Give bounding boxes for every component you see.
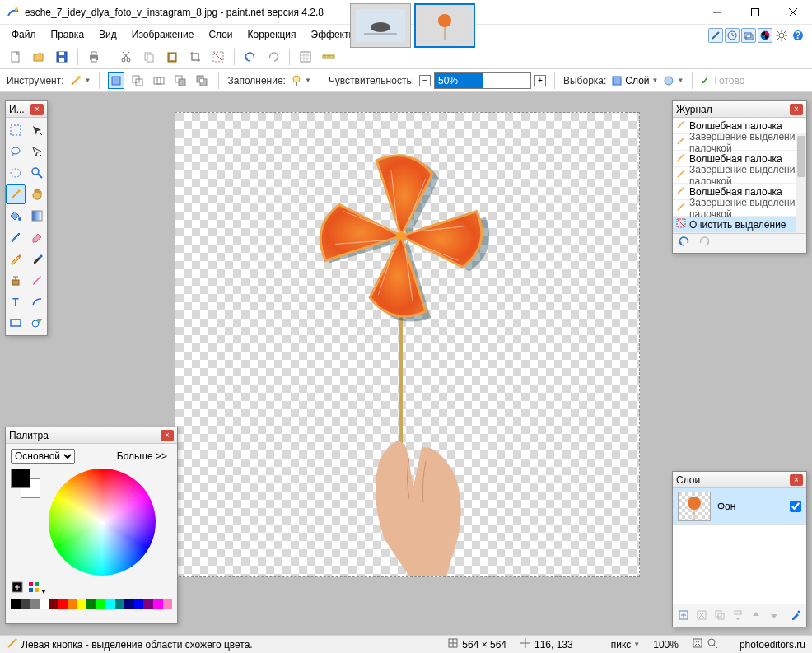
close-icon[interactable]: ×: [790, 474, 803, 486]
tool-zoom[interactable]: [27, 163, 47, 183]
tool-clone[interactable]: [6, 270, 26, 290]
menu-layers[interactable]: Слои: [202, 26, 239, 43]
undo-icon[interactable]: [241, 48, 259, 66]
history-item[interactable]: Завершение выделения палочкой: [673, 167, 806, 184]
paste-icon[interactable]: [163, 48, 181, 66]
history-panel-title[interactable]: Журнал ×: [673, 101, 806, 118]
selection-subtract-icon[interactable]: [151, 72, 167, 89]
toggle-layers-icon[interactable]: [741, 28, 756, 43]
menu-file[interactable]: Файл: [5, 26, 43, 43]
redo-icon[interactable]: [264, 48, 282, 66]
menu-image[interactable]: Изображение: [125, 26, 201, 43]
add-swatch-icon[interactable]: [11, 581, 24, 596]
tool-pan[interactable]: [27, 184, 47, 204]
selection-xor-icon[interactable]: [194, 72, 210, 89]
svg-text:T: T: [12, 296, 19, 308]
tool-rect-shape[interactable]: [6, 313, 26, 333]
history-item[interactable]: Завершение выделения палочкой: [673, 134, 806, 151]
tool-line[interactable]: [27, 292, 47, 311]
tool-magic-wand[interactable]: [6, 184, 26, 204]
tool-move-pixels[interactable]: [27, 142, 47, 161]
menu-view[interactable]: Вид: [92, 26, 124, 43]
close-button[interactable]: [774, 0, 812, 25]
flood-mode-dropdown[interactable]: ▼: [663, 75, 684, 86]
grid-icon[interactable]: [296, 48, 315, 66]
add-layer-icon[interactable]: [676, 608, 691, 623]
history-item[interactable]: Очистить выделение∨: [673, 217, 806, 233]
maximize-button[interactable]: [736, 0, 774, 25]
color-swatches[interactable]: [11, 469, 40, 498]
selection-replace-icon[interactable]: [108, 72, 124, 89]
crop-icon[interactable]: [186, 48, 204, 66]
fill-dropdown[interactable]: ▼: [291, 75, 311, 86]
merge-down-icon[interactable]: [730, 608, 745, 623]
close-icon[interactable]: ×: [161, 430, 174, 441]
tool-eraser[interactable]: [27, 227, 47, 247]
window-title: esche_7_idey_dlya_foto_v_instagram_8.jpg…: [25, 7, 324, 18]
scrollbar[interactable]: [796, 134, 806, 233]
sample-dropdown[interactable]: Слой ▼: [611, 75, 658, 86]
tool-recolor[interactable]: [27, 270, 47, 290]
menu-adjust[interactable]: Коррекция: [241, 26, 303, 43]
print-icon[interactable]: [85, 48, 103, 66]
close-icon[interactable]: ×: [790, 104, 803, 115]
tolerance-increase[interactable]: +: [534, 75, 546, 86]
tool-move-selection[interactable]: [27, 120, 47, 140]
close-icon[interactable]: ×: [30, 104, 44, 115]
ruler-icon[interactable]: [320, 48, 338, 66]
fit-window-icon[interactable]: [692, 637, 703, 651]
tolerance-decrease[interactable]: −: [419, 75, 431, 86]
tools-panel-title[interactable]: И... ×: [6, 101, 47, 118]
toggle-colors-icon[interactable]: [758, 28, 772, 43]
open-file-icon[interactable]: [30, 48, 48, 66]
layer-props-icon[interactable]: [788, 608, 803, 623]
layer-visible-checkbox[interactable]: [790, 501, 801, 512]
tool-lasso[interactable]: [6, 142, 26, 161]
palette-panel-title[interactable]: Палитра ×: [6, 427, 177, 444]
document-tab-2[interactable]: [414, 3, 475, 48]
save-file-icon[interactable]: [53, 48, 71, 66]
duplicate-layer-icon[interactable]: [712, 608, 727, 623]
tool-picker[interactable]: [27, 249, 47, 268]
help-icon[interactable]: ?: [791, 28, 805, 43]
canvas[interactable]: [175, 112, 640, 577]
more-button[interactable]: Больше >>: [112, 449, 172, 464]
minimize-button[interactable]: [698, 0, 736, 25]
palette-menu-icon[interactable]: ▼: [27, 581, 47, 596]
swatch-bar[interactable]: [11, 599, 172, 609]
tool-pencil[interactable]: [6, 249, 26, 268]
tool-fill[interactable]: [6, 206, 26, 226]
color-wheel[interactable]: [49, 469, 156, 576]
new-file-icon[interactable]: [7, 48, 25, 66]
history-item[interactable]: Завершение выделения палочкой: [673, 200, 806, 217]
tool-gradient[interactable]: [27, 206, 47, 226]
cut-icon[interactable]: [117, 48, 135, 66]
tool-rect-select[interactable]: [6, 120, 26, 140]
zoom-100-icon[interactable]: [707, 637, 718, 651]
settings-icon[interactable]: [774, 28, 789, 43]
color-mode-select[interactable]: Основной: [11, 449, 75, 464]
toggle-history-icon[interactable]: [725, 28, 740, 43]
tool-shapes[interactable]: [27, 313, 47, 333]
unit-dropdown[interactable]: пикс ▼: [611, 639, 641, 651]
selection-intersect-icon[interactable]: [172, 72, 189, 89]
layer-row[interactable]: Фон: [673, 488, 806, 525]
tool-text[interactable]: T: [6, 292, 26, 311]
copy-icon[interactable]: [140, 48, 158, 66]
document-tab-1[interactable]: [350, 3, 411, 48]
finish-label[interactable]: Готово: [714, 75, 744, 86]
layers-panel-title[interactable]: Слои ×: [673, 472, 806, 488]
selection-add-icon[interactable]: [129, 72, 146, 89]
move-up-icon[interactable]: [749, 608, 763, 623]
toggle-tools-icon[interactable]: [708, 28, 723, 43]
instrument-dropdown[interactable]: ▼: [69, 74, 91, 87]
move-down-icon[interactable]: [767, 608, 782, 623]
delete-layer-icon[interactable]: [694, 608, 709, 623]
tolerance-slider[interactable]: − 50% +: [419, 72, 546, 89]
redo-icon[interactable]: [698, 236, 711, 251]
undo-icon[interactable]: [678, 236, 691, 251]
menu-edit[interactable]: Правка: [44, 26, 91, 43]
tool-brush[interactable]: [6, 227, 26, 247]
tool-ellipse-select[interactable]: [6, 163, 26, 183]
deselect-icon[interactable]: [209, 48, 227, 66]
